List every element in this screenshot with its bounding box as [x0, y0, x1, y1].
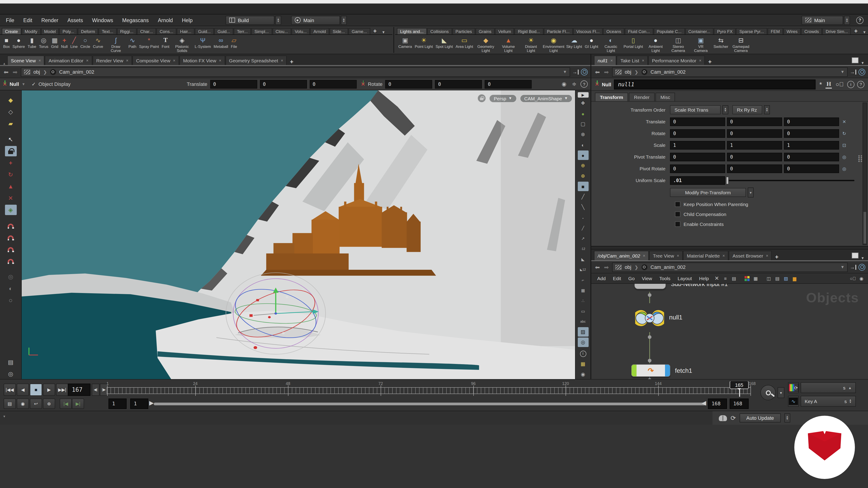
prim-numbers-icon[interactable]: ◣12	[578, 265, 588, 274]
pin-icon[interactable]: →	[850, 69, 856, 74]
tool-portal-light[interactable]: ▯Portal Light	[622, 35, 645, 48]
menu-render[interactable]: Render	[37, 17, 62, 24]
range-start-field[interactable]: 1	[130, 398, 148, 409]
back-icon[interactable]: ⬅	[3, 68, 9, 75]
channel-rotate-icon[interactable]: ↻	[841, 131, 848, 136]
pin-icon[interactable]: →	[572, 69, 579, 74]
sy-field[interactable]: 1	[727, 141, 782, 149]
keep-position-checkbox[interactable]	[675, 201, 680, 207]
child-compensation-checkbox[interactable]	[675, 212, 680, 217]
tangent-icon[interactable]: ╱	[578, 223, 588, 233]
play-button[interactable]: ▶	[43, 384, 55, 396]
tool-volume-light[interactable]: ▲Volume Light	[497, 35, 520, 53]
range-left-handle[interactable]: ▶	[149, 399, 154, 406]
profile-num-icon[interactable]: ╲	[578, 202, 588, 212]
node-flag-left[interactable]	[631, 365, 637, 377]
pane-menu-icon[interactable]: ▼	[859, 256, 866, 260]
modify-pretransform-button[interactable]: Modify Pre-Transform	[670, 188, 746, 197]
node-fetch1[interactable]: ↷	[631, 364, 671, 377]
pz-field[interactable]: 0	[784, 153, 839, 161]
new-pane-tab-icon[interactable]: +	[772, 254, 781, 260]
rotate-y-field[interactable]: 0	[435, 80, 482, 88]
eye-icon[interactable]: ◉	[560, 81, 568, 87]
shelf-tab-wires[interactable]: Wires	[783, 28, 801, 34]
stop-button[interactable]: ■	[30, 384, 42, 396]
shade-geometry-icon[interactable]: ■	[578, 182, 588, 191]
visibility-eye-icon[interactable]: ◉	[858, 275, 865, 282]
shelf-add-tab2-icon[interactable]: +	[851, 27, 860, 34]
tool-path[interactable]: ∿Path	[127, 35, 138, 48]
layout-quad-icon[interactable]: ◇	[5, 107, 17, 117]
step-forward-button[interactable]: |▶	[100, 384, 107, 396]
target-icon[interactable]	[581, 68, 588, 75]
show-handles-icon[interactable]: ◈	[5, 205, 17, 215]
step-back-button[interactable]: ◀|	[92, 384, 99, 396]
tool-switcher[interactable]: ⇆Switcher	[712, 35, 730, 48]
global-range-start-field[interactable]: 1	[108, 398, 127, 409]
tool-environment-light[interactable]: ◉Environment Light	[542, 35, 565, 53]
gridview-icon[interactable]: ▦	[752, 275, 760, 282]
multiview-icon[interactable]: ❖	[578, 98, 588, 108]
marker-icon[interactable]: ◎	[578, 337, 588, 347]
px-field[interactable]: 0	[670, 153, 725, 161]
undo-motion-button[interactable]: ↩	[30, 398, 42, 409]
close-icon[interactable]: ×	[173, 58, 176, 63]
frame-ruler[interactable]: 1 24 48 72 96 120 144 168 165	[107, 381, 756, 398]
menu-view[interactable]: View	[639, 275, 655, 282]
notes-icon[interactable]: ▤	[774, 275, 781, 282]
tool-draw-curve[interactable]: ∫Draw Curve	[104, 35, 127, 53]
shelf-tab-drivesim[interactable]: Drive Sim...	[823, 28, 851, 34]
shelf-tab-collisions[interactable]: Collisions	[427, 28, 452, 34]
gear-icon[interactable]: *	[818, 80, 823, 88]
refresh-icon[interactable]: ⟳	[731, 414, 736, 422]
pane-layout-icon[interactable]	[852, 253, 859, 258]
menu-tools[interactable]: Tools	[656, 275, 674, 282]
menu-go[interactable]: Go	[625, 275, 638, 282]
tool-line[interactable]: ╱Line	[69, 35, 79, 48]
layout-stack-icon[interactable]: ▰	[5, 119, 17, 129]
menu-help[interactable]: Help	[696, 275, 712, 282]
shelf-tab-oceans[interactable]: Oceans	[603, 28, 625, 34]
back-icon[interactable]: ⬅	[594, 68, 601, 75]
shelf-tab-games[interactable]: Game...	[348, 28, 370, 34]
tab-null1[interactable]: null1×	[594, 56, 616, 65]
tool-caustic-light[interactable]: ◐Caustic Light	[600, 35, 622, 53]
update-mode-dropdown[interactable]: Auto Update	[739, 414, 780, 422]
close-icon[interactable]: ×	[722, 254, 725, 258]
snap-multi-magnet-icon[interactable]	[5, 256, 17, 266]
search-icon[interactable]: ○⃘	[835, 81, 844, 88]
network-breadcrumb[interactable]: obj ❯ Cam_anim_002 ▼	[612, 262, 848, 272]
rotate-x-field[interactable]: 0	[385, 80, 432, 88]
tool-lsystem[interactable]: ΨL-System	[193, 35, 212, 48]
target-icon[interactable]	[859, 264, 865, 270]
shelf-tab-pyrofx[interactable]: Pyro FX	[714, 28, 736, 34]
flipbook-icon[interactable]: ◎	[5, 369, 17, 379]
display-mode-label[interactable]: Object Display	[38, 81, 70, 87]
treelist-icon[interactable]: ≡	[721, 275, 729, 282]
rx-field[interactable]: 0	[670, 129, 725, 138]
shelf-tab-characters[interactable]: Char...	[137, 28, 156, 34]
tool-platonic-solids[interactable]: ◈Platonic Solids	[170, 35, 193, 53]
pane-expand-icon[interactable]: ▲	[3, 62, 7, 65]
radial-menu-selector[interactable]: Main	[291, 15, 340, 25]
desktop-selector[interactable]: Build	[225, 15, 274, 25]
sync-colors-button[interactable]: ⟳	[788, 382, 799, 393]
shelf-tab-volume[interactable]: Volu...	[291, 28, 310, 34]
close-icon[interactable]: ×	[126, 58, 128, 63]
tool-torus[interactable]: ◎Torus	[37, 35, 50, 48]
node-subnet-input[interactable]	[634, 284, 666, 289]
shelf-tab-menu2-icon[interactable]: ▼	[861, 30, 868, 34]
view-menu[interactable]: Persp▼	[489, 94, 517, 102]
shelf-tab-guides1[interactable]: Guid...	[195, 28, 214, 34]
tool-geometry-light[interactable]: ◆Geometry Light	[474, 35, 497, 53]
close-icon[interactable]: ×	[699, 58, 702, 63]
playhead-bubble[interactable]: 165	[730, 381, 749, 389]
close-icon[interactable]: ×	[643, 254, 645, 258]
tab-tree-view[interactable]: Tree View×	[649, 251, 683, 260]
shelf-tab-poly[interactable]: Poly...	[59, 28, 77, 34]
layout-persp-icon[interactable]: ◆	[5, 95, 17, 105]
node-flag-right[interactable]	[665, 365, 670, 377]
brain-cook-icon[interactable]	[719, 415, 727, 421]
snap-curve-magnet-icon[interactable]	[5, 232, 17, 242]
close-icon[interactable]: ×	[38, 58, 41, 63]
